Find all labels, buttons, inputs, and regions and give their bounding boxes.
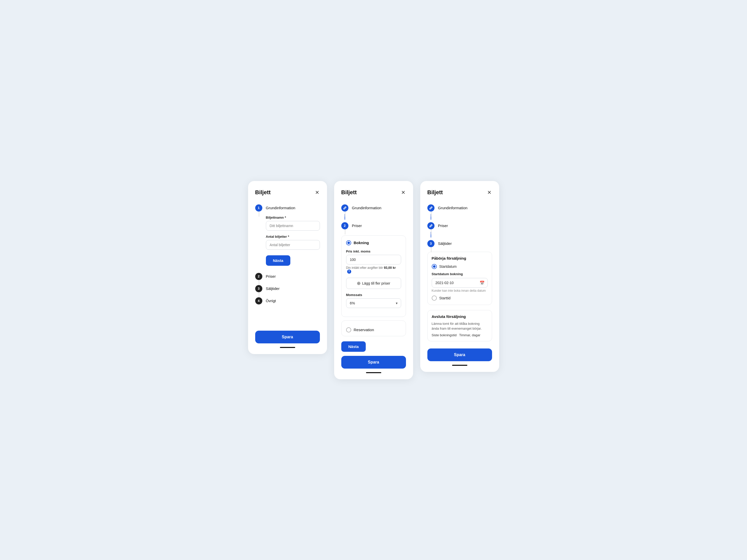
- starttid-label: Starttid: [439, 296, 450, 300]
- date-input-wrap: 📅: [432, 278, 488, 288]
- startdatum-bokning-label: Startdatum bokning: [432, 272, 488, 276]
- card-header-left: Biljett ✕: [255, 189, 320, 196]
- step-label-done-1-right: Grundinformation: [438, 206, 468, 210]
- step-label-4-left: Övrigt: [266, 299, 276, 303]
- card-header-right: Biljett ✕: [428, 189, 492, 196]
- step-item-4-left: 4 Övrigt: [255, 295, 320, 307]
- step-label-done-1: Grundinformation: [352, 206, 382, 210]
- step-label-1: Grundinformation: [266, 206, 295, 210]
- startdatum-bokning-field: Startdatum bokning 📅 Kunder kan inte bok…: [432, 272, 488, 292]
- reservation-label: Reservation: [354, 328, 374, 332]
- card-title-left: Biljett: [255, 189, 271, 196]
- step-number-4-left: 4: [255, 297, 262, 304]
- step-number-2-center: 2: [341, 222, 349, 229]
- avsluta-text: Lämna tomt för att tillåta bokning ända …: [432, 321, 488, 331]
- screen-wrapper: Biljett ✕ 1 Grundinformation Biljettnamn…: [248, 181, 499, 379]
- pris-field: Pris inkl. moms Din intäkt efter avgifte…: [346, 249, 401, 274]
- step-number-3-right: 3: [428, 240, 435, 247]
- biljettnamn-input[interactable]: [266, 221, 320, 231]
- timmar-label: Timmar, dagar: [459, 333, 480, 337]
- momssats-select-wrap: 0% 6% 12% 25% ▾: [346, 298, 401, 308]
- pencil-icon-1-right: [428, 205, 435, 212]
- bottom-bar-right: [452, 365, 467, 366]
- next-button-left[interactable]: Nästa: [266, 255, 291, 266]
- starttid-radio-row[interactable]: Starttid: [432, 295, 488, 301]
- antal-label: Antal biljetter *: [266, 235, 320, 239]
- card-right: Biljett ✕ Grundinformation Priser: [420, 181, 499, 372]
- form-section-left: Biljettnamn * Antal biljetter * Nästa: [255, 216, 320, 266]
- bokning-radio[interactable]: [346, 240, 351, 245]
- bottom-bar-left: [280, 347, 295, 348]
- bokning-radio-row[interactable]: Bokning: [346, 240, 401, 245]
- spara-button-right[interactable]: Spara: [428, 348, 492, 361]
- step-item-2-left: 2 Priser: [255, 270, 320, 283]
- bottom-bar-center: [366, 372, 381, 373]
- momssats-select[interactable]: 0% 6% 12% 25%: [346, 298, 401, 308]
- starttid-radio[interactable]: [432, 295, 437, 301]
- momssats-label: Momssats: [346, 293, 401, 297]
- pris-input[interactable]: [346, 255, 401, 265]
- pencil-icon-1: [341, 205, 349, 212]
- step-label-2-left: Priser: [266, 274, 276, 278]
- step-number-1: 1: [255, 205, 262, 212]
- startdatum-radio[interactable]: [432, 264, 437, 269]
- step-active-2: 2 Priser: [341, 220, 406, 232]
- footer-left: Spara: [255, 331, 320, 348]
- startdatum-hint: Kunder kan inte boka innan detta datum: [432, 289, 488, 292]
- price-note: Din intäkt efter avgifter blir 93,00 kr …: [346, 266, 401, 274]
- footer-right: Spara: [428, 348, 492, 366]
- momssats-field: Momssats 0% 6% 12% 25% ▾: [346, 293, 401, 308]
- biljettnamn-label: Biljettnamn *: [266, 216, 320, 219]
- step-number-2-left: 2: [255, 273, 262, 280]
- add-price-label: Lägg till fler priser: [362, 281, 390, 285]
- antal-input[interactable]: [266, 240, 320, 250]
- calendar-icon: 📅: [480, 280, 485, 285]
- startdatum-radio-row[interactable]: Startdatum: [432, 264, 488, 269]
- avsluta-section: Avsluta försäljning Lämna tomt för att t…: [428, 310, 492, 341]
- reservation-radio[interactable]: [346, 327, 351, 332]
- footer-center: Spara: [341, 356, 406, 373]
- avsluta-title: Avsluta försäljning: [432, 314, 488, 319]
- close-button-left[interactable]: ✕: [314, 189, 320, 195]
- add-price-button[interactable]: ⊕ Lägg till fler priser: [346, 278, 401, 289]
- field-antal: Antal biljetter *: [266, 235, 320, 250]
- sista-label: Siste bokningstid: [432, 333, 457, 337]
- card-header-center: Biljett ✕: [341, 189, 406, 196]
- paborja-section: Påbörja försäljning Startdatum Startdatu…: [428, 252, 492, 305]
- spara-button-left[interactable]: Spara: [255, 331, 320, 343]
- step-item-3-left: 3 Säljtider: [255, 283, 320, 295]
- step-item-1: 1 Grundinformation: [255, 202, 320, 214]
- pencil-icon-2-right: [428, 222, 435, 229]
- startdatum-label: Startdatum: [439, 265, 457, 269]
- date-input[interactable]: [432, 278, 488, 288]
- price-section-bokning: Bokning Pris inkl. moms Din intäkt efter…: [341, 236, 406, 317]
- pricing-area: Bokning Pris inkl. moms Din intäkt efter…: [341, 236, 406, 340]
- card-left: Biljett ✕ 1 Grundinformation Biljettnamn…: [248, 181, 327, 354]
- step-label-2-center: Priser: [352, 223, 362, 228]
- info-icon: ?: [347, 270, 351, 274]
- card-title-right: Biljett: [428, 189, 443, 196]
- reservation-radio-row[interactable]: Reservation: [346, 324, 401, 333]
- next-button-center[interactable]: Nästa: [341, 341, 366, 352]
- pris-label: Pris inkl. moms: [346, 249, 401, 253]
- paborja-title: Påbörja försäljning: [432, 256, 488, 260]
- close-button-right[interactable]: ✕: [487, 189, 492, 195]
- sista-row: Siste bokningstid Timmar, dagar: [432, 333, 488, 337]
- close-button-center[interactable]: ✕: [401, 189, 406, 195]
- card-center: Biljett ✕ Grundinformation 2 Priser: [334, 181, 413, 379]
- step-done-2-right: Priser: [428, 220, 492, 232]
- field-biljettnamn: Biljettnamn *: [266, 216, 320, 231]
- bokning-label: Bokning: [354, 241, 369, 245]
- spara-button-center[interactable]: Spara: [341, 356, 406, 369]
- steps-left: 1 Grundinformation Biljettnamn * Antal b…: [255, 202, 320, 307]
- plus-icon: ⊕: [357, 281, 361, 286]
- step-number-3-left: 3: [255, 285, 262, 292]
- step-label-3-left: Säljtider: [266, 286, 280, 291]
- step-label-done-2-right: Priser: [438, 223, 448, 228]
- reservation-section: Reservation: [341, 320, 406, 336]
- card-title-center: Biljett: [341, 189, 357, 196]
- step-done-1: Grundinformation: [341, 202, 406, 214]
- step-active-3-right: 3 Säljtider: [428, 238, 492, 250]
- step-done-1-right: Grundinformation: [428, 202, 492, 214]
- step-label-3-right: Säljtider: [438, 241, 452, 246]
